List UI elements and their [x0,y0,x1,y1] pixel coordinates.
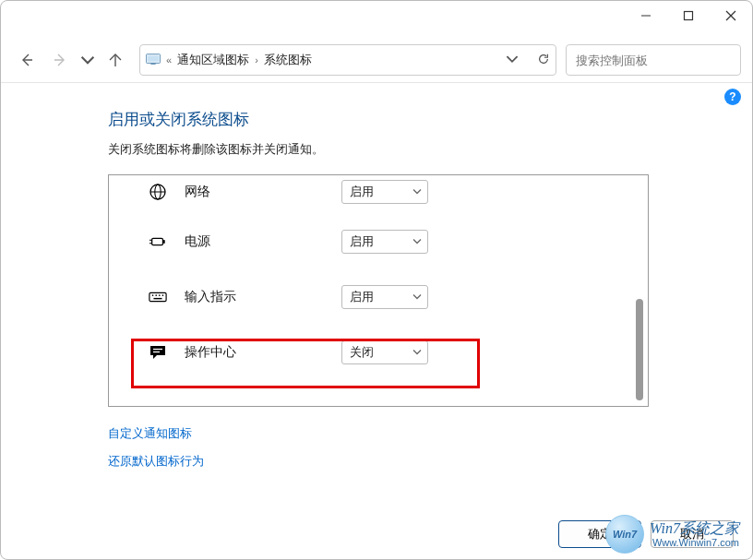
chevron-down-icon [412,346,422,360]
close-button[interactable] [710,1,752,30]
network-icon [148,182,168,202]
minimize-button[interactable] [625,1,667,30]
row-select-network[interactable]: 启用 [341,180,428,204]
svg-point-20 [159,294,161,296]
arrow-right-icon [53,53,67,67]
help-icon: ? [729,90,735,103]
row-select-ime[interactable]: 启用 [341,285,428,309]
forward-button[interactable] [45,45,75,75]
maximize-button[interactable] [667,1,710,30]
link-customize-icons[interactable]: 自定义通知图标 [108,425,730,442]
list-row-power: 电源 启用 [109,214,648,269]
page-title: 启用或关闭系统图标 [108,109,730,130]
row-label: 电源 [185,233,341,250]
scrollbar[interactable] [633,179,646,402]
minimize-icon [640,10,651,21]
svg-rect-22 [153,298,161,299]
row-select-action-center[interactable]: 关闭 [341,340,428,364]
refresh-icon [537,53,550,66]
search-input[interactable] [574,53,733,68]
help-button[interactable]: ? [724,89,741,105]
keyboard-icon [148,287,168,307]
svg-rect-1 [685,12,693,20]
address-bar[interactable]: « 通知区域图标 › 系统图标 [139,44,556,76]
select-value: 启用 [350,184,374,200]
breadcrumb-current[interactable]: 系统图标 [264,52,312,68]
chevron-down-icon [412,291,422,304]
back-button[interactable] [12,45,42,75]
svg-point-18 [152,294,154,296]
select-value: 关闭 [350,344,374,361]
chevron-down-icon [412,185,422,199]
icon-list: 网络 启用 电源 启用 输入指示 启用 [108,174,649,407]
select-value: 启用 [350,233,374,250]
control-panel-icon [146,53,161,68]
breadcrumb-parent[interactable]: 通知区域图标 [177,52,249,68]
page-subtitle: 关闭系统图标将删除该图标并关闭通知。 [108,141,730,158]
navbar: « 通知区域图标 › 系统图标 [1,38,752,82]
row-select-power[interactable]: 启用 [341,230,428,254]
address-dropdown[interactable] [506,53,519,68]
recent-dropdown[interactable] [78,45,97,75]
arrow-left-icon [19,53,34,67]
svg-rect-16 [163,240,165,244]
action-center-icon [148,342,168,363]
chevron-down-icon [506,53,519,66]
search-box[interactable] [566,44,741,76]
chevron-down-icon [412,235,422,249]
up-button[interactable] [101,45,130,75]
maximize-icon [683,10,694,21]
select-value: 启用 [350,289,374,305]
row-label: 输入指示 [185,289,341,305]
svg-rect-9 [150,63,155,64]
breadcrumb-sep-icon: › [255,54,258,66]
chevron-down-icon [80,53,95,67]
row-label: 网络 [185,184,341,200]
titlebar [1,1,752,38]
list-row-network: 网络 启用 [109,174,648,214]
ok-button[interactable]: 确定 [558,520,641,548]
svg-point-21 [162,294,164,296]
list-row-action-center: 操作中心 关闭 [109,325,648,380]
scrollbar-thumb[interactable] [636,299,643,400]
breadcrumb-sep-icon: « [166,54,172,66]
content-area: ? 启用或关闭系统图标 关闭系统图标将删除该图标并关闭通知。 网络 启用 电源 … [1,83,752,470]
svg-point-19 [155,294,157,296]
refresh-button[interactable] [528,53,550,68]
list-row-ime: 输入指示 启用 [109,269,648,325]
cancel-button[interactable]: 取消 [651,520,734,548]
arrow-up-icon [108,53,123,67]
window-controls [625,1,752,30]
row-label: 操作中心 [185,344,341,361]
link-restore-defaults[interactable]: 还原默认图标行为 [108,453,730,470]
close-icon [725,10,736,21]
svg-rect-15 [152,238,163,244]
power-icon [148,232,168,252]
svg-rect-8 [148,55,159,61]
svg-rect-17 [149,292,166,301]
button-bar: 确定 取消 [558,520,734,548]
